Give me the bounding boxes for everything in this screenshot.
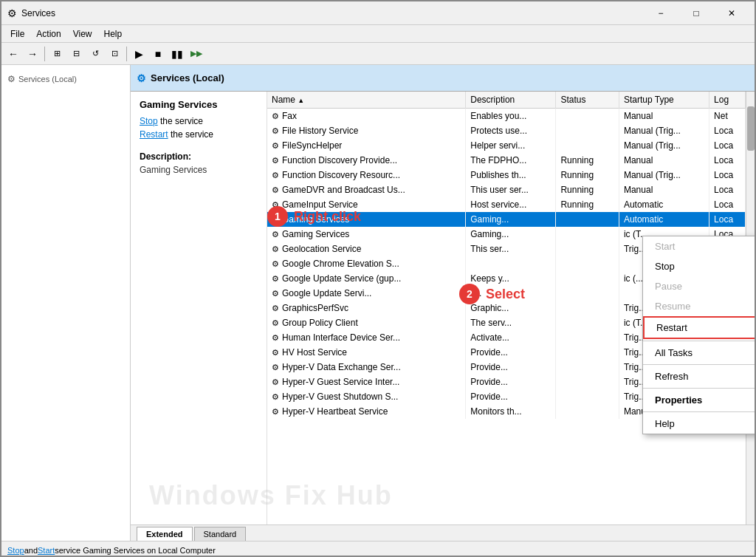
service-log-cell: Loca <box>709 153 746 168</box>
service-name-cell: ⚙Fax <box>267 109 466 124</box>
table-row[interactable]: ⚙GameDVR and Broadcast Us... This user s… <box>267 182 746 197</box>
service-name-cell: ⚙Google Chrome Elevation S... <box>267 256 466 271</box>
stop-link[interactable]: Stop <box>140 116 158 126</box>
step2-text: Select <box>486 287 525 302</box>
back-button[interactable]: ← <box>4 45 22 63</box>
service-desc-cell: This user ser... <box>466 182 556 197</box>
col-log[interactable]: Log <box>709 92 746 109</box>
col-description[interactable]: Description <box>466 92 556 109</box>
service-startup-cell: Manual (Trig... <box>619 138 709 153</box>
col-status[interactable]: Status <box>556 92 619 109</box>
minimize-button[interactable]: − <box>644 1 678 25</box>
services-header-icon: ⚙ <box>137 72 146 84</box>
service-icon: ⚙ <box>272 407 279 416</box>
context-menu: Start Stop Pause Resume Restart All Task… <box>642 236 755 434</box>
status-stop-link[interactable]: Stop <box>7 546 24 555</box>
service-status-cell: Running <box>556 182 619 197</box>
context-menu-help[interactable]: Help <box>643 414 755 434</box>
sidebar-item-services-local[interactable]: ⚙ Services (Local) <box>4 71 127 87</box>
scrollbar-thumb[interactable] <box>747 106 755 151</box>
status-start-link[interactable]: Start <box>38 546 55 555</box>
refresh-toolbar-button[interactable]: ↺ <box>86 45 104 63</box>
tab-standard[interactable]: Standard <box>194 527 247 541</box>
service-startup-cell: Manual (Trig... <box>619 123 709 138</box>
service-status-cell <box>556 345 619 360</box>
service-status-cell <box>556 389 619 404</box>
context-menu-stop[interactable]: Stop <box>643 256 755 276</box>
context-menu-restart[interactable]: Restart <box>643 316 755 339</box>
forward-button[interactable]: → <box>24 45 41 63</box>
stop-button[interactable]: ■ <box>149 45 167 63</box>
table-row[interactable]: ⚙File History Service Protects use... Ma… <box>267 123 746 138</box>
title-bar: ⚙ Services − □ ✕ <box>1 1 755 25</box>
fast-forward-button[interactable]: ▶▶ <box>188 45 205 63</box>
table-row[interactable]: ⚙Function Discovery Resourc... Publishes… <box>267 168 746 182</box>
menu-bar: File Action View Help <box>1 25 755 43</box>
show-hide-button[interactable]: ⊟ <box>67 45 85 63</box>
table-row[interactable]: ⚙Function Discovery Provide... The FDPHO… <box>267 153 746 168</box>
stop-service-link[interactable]: Stop the service <box>140 116 258 126</box>
restart-text: the service <box>168 129 213 140</box>
context-menu-all-tasks[interactable]: All Tasks ▶ <box>643 343 755 363</box>
service-name-cell: ⚙File History Service <box>267 123 466 138</box>
maximize-button[interactable]: □ <box>679 1 713 25</box>
service-desc-cell: Provide... <box>466 389 556 404</box>
service-startup-cell: Automatic <box>619 212 709 227</box>
status-bar: Stop and Start service Gaming Services o… <box>1 541 755 557</box>
service-log-cell: Loca <box>709 168 746 182</box>
restart-service-link[interactable]: Restart the service <box>140 129 258 140</box>
service-status-cell: Running <box>556 197 619 212</box>
menu-help[interactable]: Help <box>98 27 128 41</box>
service-name-cell: ⚙Geolocation Service <box>267 242 466 256</box>
instruction-select: 2 Select <box>459 284 525 304</box>
menu-file[interactable]: File <box>4 27 30 41</box>
col-name[interactable]: Name ▲ <box>267 92 466 109</box>
selected-service-name: Gaming Services <box>140 99 258 110</box>
service-desc-cell: Provide... <box>466 360 556 375</box>
pause-button[interactable]: ▮▮ <box>168 45 186 63</box>
service-name-cell: ⚙Google Update Service (gup... <box>267 271 466 286</box>
service-name-cell: ⚙Gaming Services <box>267 227 466 242</box>
service-status-cell <box>556 286 619 301</box>
menu-view[interactable]: View <box>67 27 98 41</box>
play-button[interactable]: ▶ <box>130 45 148 63</box>
close-button[interactable]: ✕ <box>715 1 749 25</box>
export-button[interactable]: ⊡ <box>106 45 123 63</box>
menu-action[interactable]: Action <box>30 27 66 41</box>
context-menu-sep3 <box>643 388 755 389</box>
service-icon: ⚙ <box>272 363 279 372</box>
context-menu-sep4 <box>643 411 755 412</box>
status-description: service Gaming Services on Local Compute… <box>55 546 216 555</box>
context-menu-sep1 <box>643 341 755 341</box>
service-desc-cell: Provide... <box>466 375 556 389</box>
app-icon: ⚙ <box>7 7 17 19</box>
status-and-text: and <box>24 546 38 555</box>
step2-badge: 2 <box>459 284 480 304</box>
context-menu-refresh[interactable]: Refresh <box>643 366 755 386</box>
toolbar-separator-2 <box>126 47 127 61</box>
toolbar: ← → ⊞ ⊟ ↺ ⊡ ▶ ■ ▮▮ ▶▶ <box>1 43 755 65</box>
up-button[interactable]: ⊞ <box>48 45 66 63</box>
all-tasks-label: All Tasks <box>655 347 693 358</box>
restart-link[interactable]: Restart <box>140 129 168 140</box>
context-menu-properties[interactable]: Properties <box>643 390 755 410</box>
service-icon: ⚙ <box>272 156 279 165</box>
service-status-cell <box>556 227 619 242</box>
services-header-title: Services (Local) <box>151 72 224 83</box>
service-status-cell <box>556 271 619 286</box>
service-icon: ⚙ <box>272 126 279 135</box>
service-desc-cell: Protects use... <box>466 123 556 138</box>
service-log-cell: Loca <box>709 182 746 197</box>
service-icon: ⚙ <box>272 392 279 401</box>
service-desc-cell <box>466 256 556 271</box>
sidebar: ⚙ Services (Local) <box>1 65 131 541</box>
service-status-cell <box>556 375 619 389</box>
service-icon: ⚙ <box>272 348 279 357</box>
table-row[interactable]: ⚙FileSyncHelper Helper servi... Manual (… <box>267 138 746 153</box>
service-icon: ⚙ <box>272 171 279 180</box>
tab-extended[interactable]: Extended <box>137 527 193 541</box>
service-startup-cell: Automatic <box>619 197 709 212</box>
service-desc-cell: This ser... <box>466 242 556 256</box>
col-startup[interactable]: Startup Type <box>619 92 709 109</box>
table-row[interactable]: ⚙Fax Enables you... Manual Net <box>267 109 746 124</box>
